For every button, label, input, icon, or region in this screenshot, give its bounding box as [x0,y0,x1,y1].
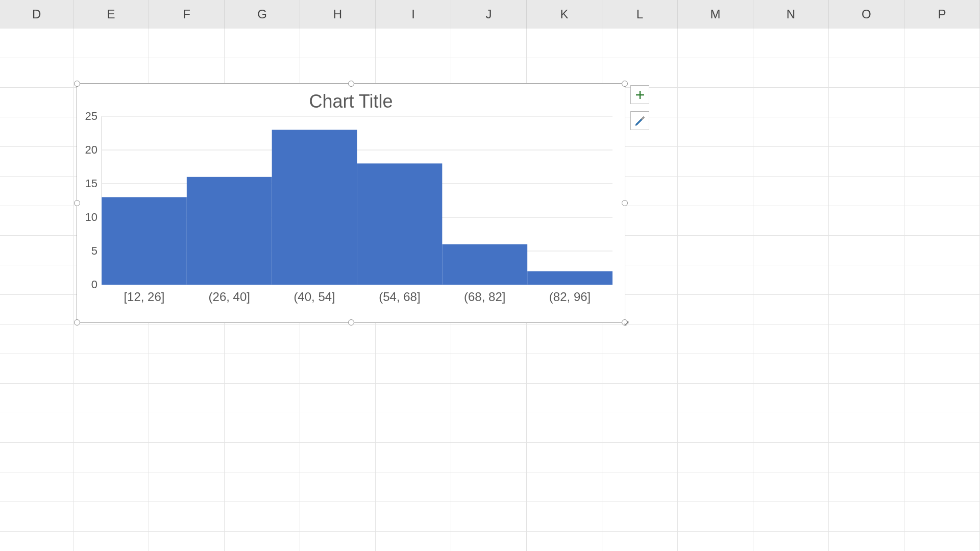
cell[interactable] [753,58,829,88]
cell[interactable] [753,236,829,265]
cell[interactable] [225,532,300,551]
cell[interactable] [0,177,74,206]
cell[interactable] [904,147,980,177]
cell[interactable] [527,532,602,551]
cell[interactable] [829,147,904,177]
cell[interactable] [74,443,149,472]
resize-handle-bottom-middle[interactable] [348,319,354,325]
cell[interactable] [0,29,74,58]
column-header-M[interactable]: M [678,0,753,29]
cell[interactable] [829,177,904,206]
cell[interactable] [376,472,451,502]
cell[interactable] [678,384,753,413]
column-header-I[interactable]: I [376,0,451,29]
cell[interactable] [678,117,753,147]
cell[interactable] [829,472,904,502]
cell[interactable] [300,502,376,532]
cell[interactable] [0,117,74,147]
cell[interactable] [829,295,904,324]
cell[interactable] [829,354,904,384]
cell[interactable] [904,88,980,117]
column-header-P[interactable]: P [904,0,980,29]
resize-handle-middle-left[interactable] [74,200,80,206]
cell[interactable] [829,502,904,532]
cell[interactable] [904,324,980,354]
spreadsheet-grid[interactable]: ⤡ Chart Title 0510152025 [12, 26](26, 40… [0,29,980,551]
bar[interactable] [102,197,187,285]
column-header-N[interactable]: N [753,0,829,29]
cell[interactable] [678,413,753,443]
cell[interactable] [0,265,74,295]
cell[interactable] [678,147,753,177]
cell[interactable] [678,236,753,265]
cell[interactable] [376,443,451,472]
cell[interactable] [451,443,527,472]
cell[interactable] [904,354,980,384]
cell[interactable] [300,384,376,413]
cell[interactable] [0,324,74,354]
cell[interactable] [829,413,904,443]
cell[interactable] [0,502,74,532]
chart-object[interactable]: ⤡ Chart Title 0510152025 [12, 26](26, 40… [77,83,625,323]
chart-styles-button[interactable] [630,111,649,130]
cell[interactable] [0,413,74,443]
bar[interactable] [527,271,612,285]
chart-elements-button[interactable] [630,85,649,104]
cell[interactable] [225,502,300,532]
bar[interactable] [187,177,272,285]
cell[interactable] [0,88,74,117]
cell[interactable] [753,295,829,324]
cell[interactable] [149,443,225,472]
chart-title[interactable]: Chart Title [77,84,625,116]
cell[interactable] [904,265,980,295]
column-header-E[interactable]: E [74,0,149,29]
column-header-G[interactable]: G [225,0,300,29]
cell[interactable] [225,413,300,443]
cell[interactable] [527,502,602,532]
cell[interactable] [527,443,602,472]
cell[interactable] [376,354,451,384]
cell[interactable] [904,502,980,532]
cell[interactable] [678,324,753,354]
column-header-K[interactable]: K [527,0,602,29]
cell[interactable] [753,413,829,443]
cell[interactable] [376,324,451,354]
cell[interactable] [602,472,678,502]
cell[interactable] [149,502,225,532]
cell[interactable] [753,117,829,147]
cell[interactable] [602,384,678,413]
cell[interactable] [904,117,980,147]
cell[interactable] [451,413,527,443]
cell[interactable] [74,413,149,443]
column-header-D[interactable]: D [0,0,74,29]
cell[interactable] [376,384,451,413]
cell[interactable] [678,58,753,88]
cell[interactable] [904,177,980,206]
cell[interactable] [829,443,904,472]
cell[interactable] [225,354,300,384]
cell[interactable] [829,117,904,147]
cell[interactable] [0,472,74,502]
cell[interactable] [829,324,904,354]
cell[interactable] [451,29,527,58]
cell[interactable] [829,532,904,551]
cell[interactable] [904,58,980,88]
cell[interactable] [678,295,753,324]
cell[interactable] [149,472,225,502]
cell[interactable] [0,236,74,265]
cell[interactable] [527,384,602,413]
cell[interactable] [451,472,527,502]
cell[interactable] [829,265,904,295]
cell[interactable] [678,532,753,551]
cell[interactable] [753,354,829,384]
cell[interactable] [149,324,225,354]
bar[interactable] [272,130,357,285]
cell[interactable] [0,532,74,551]
cell[interactable] [904,206,980,236]
column-header-O[interactable]: O [829,0,904,29]
cell[interactable] [829,29,904,58]
cell[interactable] [602,29,678,58]
cell[interactable] [300,354,376,384]
cell[interactable] [904,413,980,443]
resize-handle-top-right[interactable] [622,81,628,87]
